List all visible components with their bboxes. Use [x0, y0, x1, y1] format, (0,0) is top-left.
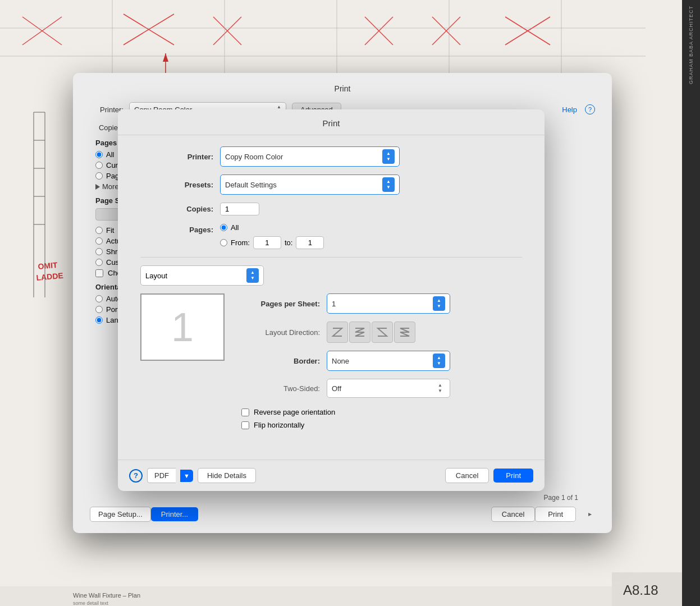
pages-per-sheet-label: Pages per Sheet:: [241, 300, 320, 308]
inner-pages-from-input[interactable]: [253, 236, 281, 249]
landscape-radio[interactable]: [95, 316, 103, 324]
svg-line-1: [22, 17, 62, 45]
fit-label: Fit: [106, 226, 114, 235]
flip-row: Flip horizontally: [241, 421, 522, 429]
layout-preview: 1: [140, 293, 225, 361]
layout-section-label: Layout: [145, 272, 167, 280]
inner-presets-label: Presets:: [140, 181, 213, 189]
inner-printer-value: Copy Room Color: [225, 153, 283, 161]
dir-btn-n2[interactable]: [394, 322, 415, 343]
layout-section-stepper[interactable]: ▲ ▼: [246, 268, 259, 283]
inner-pages-to-input[interactable]: [296, 236, 324, 249]
svg-rect-31: [0, 586, 617, 606]
dir-btn-s[interactable]: [349, 322, 370, 343]
custom-radio[interactable]: [95, 259, 103, 266]
layout-dropdown-row: Layout ▲ ▼: [140, 265, 522, 286]
border-label: Border:: [241, 357, 320, 365]
inner-copies-input[interactable]: [220, 203, 259, 215]
inner-pages-to-label: to:: [285, 238, 292, 247]
inner-copies-label: Copies:: [140, 205, 213, 213]
layout-direction-row: Layout Direction:: [241, 322, 522, 343]
inner-pages-row: Pages: All From: to:: [140, 223, 522, 249]
border-stepper[interactable]: ▲ ▼: [433, 354, 445, 368]
inner-print-button[interactable]: Print: [493, 469, 533, 483]
dir-btn-n1[interactable]: [372, 322, 393, 343]
inner-presets-value: Default Settings: [225, 181, 277, 189]
reverse-row: Reverse page orientation: [241, 408, 522, 416]
svg-rect-34: [612, 572, 682, 606]
outer-bottom-buttons: Page Setup... Printer... Cancel Print ▶: [90, 507, 595, 522]
inner-pages-label: Pages:: [140, 226, 213, 234]
fit-radio[interactable]: [95, 227, 103, 234]
more-label: More: [102, 182, 119, 191]
reverse-checkbox[interactable]: [241, 408, 249, 416]
shrink-radio[interactable]: [95, 248, 103, 255]
inner-help-button[interactable]: ?: [129, 469, 143, 483]
inner-pages-all-radio[interactable]: [220, 224, 227, 231]
inner-pages-all-label: All: [231, 223, 239, 232]
two-sided-row: Two-Sided: Off ▲ ▼: [241, 379, 522, 398]
pages-per-sheet-stepper[interactable]: ▲ ▼: [433, 296, 445, 311]
inner-print-dialog: Print Printer: Copy Room Color ▲ ▼ Prese…: [118, 109, 545, 491]
page-setup-button[interactable]: Page Setup...: [90, 507, 151, 522]
form-divider: [140, 257, 522, 258]
border-value: None: [332, 357, 349, 365]
two-sided-stepper[interactable]: ▲ ▼: [435, 382, 445, 395]
help-link[interactable]: Help: [562, 105, 577, 114]
inner-presets-select[interactable]: Default Settings ▲ ▼: [220, 175, 400, 195]
two-sided-select[interactable]: Off ▲ ▼: [327, 379, 450, 398]
inner-pages-from-radio[interactable]: [220, 239, 227, 246]
layout-options: Pages per Sheet: 1 ▲ ▼ Layout Direction:: [241, 293, 522, 434]
inner-printer-label: Printer:: [140, 153, 213, 161]
portrait-radio[interactable]: [95, 306, 103, 313]
sidebar-brand-text: GRAHAM BABA ARCHITECT: [688, 6, 694, 84]
two-sided-value: Off: [332, 384, 341, 393]
layout-section-select[interactable]: Layout ▲ ▼: [140, 265, 264, 286]
svg-line-7: [365, 17, 393, 45]
svg-line-9: [432, 17, 460, 45]
svg-line-8: [365, 17, 393, 45]
pages-per-sheet-select[interactable]: 1 ▲ ▼: [327, 293, 450, 314]
svg-text:OMIT: OMIT: [38, 260, 58, 271]
pages-per-sheet-value: 1: [332, 300, 336, 308]
outer-print-button[interactable]: Print: [535, 507, 576, 522]
pages-radio[interactable]: [95, 172, 103, 180]
pages-all-radio[interactable]: [95, 151, 103, 158]
inner-cancel-button[interactable]: Cancel: [445, 468, 489, 483]
inner-copies-row: Copies:: [140, 203, 522, 215]
border-select[interactable]: None ▲ ▼: [327, 351, 450, 371]
inner-printer-stepper[interactable]: ▲ ▼: [382, 149, 395, 164]
hide-details-button[interactable]: Hide Details: [198, 468, 256, 483]
auto-radio[interactable]: [95, 295, 103, 302]
outer-scroll-arrows[interactable]: ▶: [585, 508, 595, 521]
pdf-dropdown-button[interactable]: ▼: [180, 470, 193, 482]
two-sided-label: Two-Sided:: [241, 384, 320, 393]
svg-line-2: [22, 17, 62, 45]
svg-line-10: [432, 17, 460, 45]
help-icon[interactable]: ?: [585, 104, 595, 114]
svg-text:LADDE: LADDE: [36, 271, 63, 282]
svg-text:Wine Wall Fixture – Plan: Wine Wall Fixture – Plan: [73, 592, 140, 599]
inner-presets-row: Presets: Default Settings ▲ ▼: [140, 175, 522, 195]
layout-direction-label: Layout Direction:: [241, 328, 320, 337]
right-sidebar: GRAHAM BABA ARCHITECT: [682, 0, 700, 606]
printer-button[interactable]: Printer...: [151, 507, 198, 521]
svg-line-12: [505, 17, 550, 45]
dir-btn-z[interactable]: [327, 322, 348, 343]
svg-marker-29: [163, 53, 168, 62]
inner-printer-row: Printer: Copy Room Color ▲ ▼: [140, 146, 522, 167]
pdf-button[interactable]: PDF: [147, 468, 176, 483]
inner-pages-from-label: From:: [231, 238, 250, 247]
layout-body: 1 Pages per Sheet: 1 ▲ ▼: [140, 293, 522, 434]
pages-per-sheet-row: Pages per Sheet: 1 ▲ ▼: [241, 293, 522, 314]
inner-pages-all-row: All: [220, 223, 324, 232]
actual-radio[interactable]: [95, 237, 103, 245]
pages-current-radio[interactable]: [95, 162, 103, 169]
outer-cancel-button[interactable]: Cancel: [491, 507, 535, 522]
flip-checkbox[interactable]: [241, 421, 249, 429]
inner-printer-select[interactable]: Copy Room Color ▲ ▼: [220, 146, 400, 167]
more-triangle: [95, 184, 100, 190]
flip-label: Flip horizontally: [254, 421, 304, 429]
choose-checkbox[interactable]: [95, 269, 103, 277]
inner-presets-stepper[interactable]: ▲ ▼: [382, 177, 395, 192]
